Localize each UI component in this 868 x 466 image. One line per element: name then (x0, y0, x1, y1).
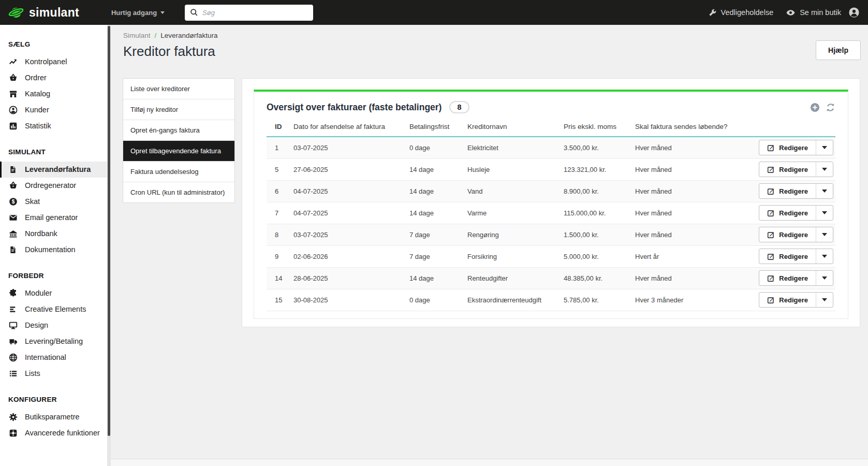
edit-dropdown-toggle[interactable] (816, 293, 833, 307)
sidebar-item-moduler[interactable]: Moduler (0, 285, 107, 301)
chevron-down-icon (822, 255, 827, 258)
submenu-item-faktura-udendelseslog[interactable]: Faktura udendelseslog (123, 162, 234, 182)
chevron-down-icon (160, 11, 165, 14)
sidebar-item-kunder[interactable]: Kunder (0, 102, 107, 118)
basket-icon (8, 181, 18, 190)
edit-button[interactable]: Redigere (759, 140, 816, 155)
sidebar-item-label: Nordbank (25, 229, 57, 238)
search-input[interactable] (202, 9, 308, 17)
chevron-down-icon (822, 211, 827, 214)
view-shop-link[interactable]: Se min butik (786, 8, 841, 18)
sidebar-item-avancerede-funktioner[interactable]: Avancerede funktioner (0, 425, 107, 441)
sidebar-item-ordregenerator[interactable]: Ordregenerator (0, 178, 107, 194)
breadcrumb-root[interactable]: Simulant (123, 32, 151, 39)
sidebar-item-label: Ordregenerator (25, 181, 76, 190)
cell-id: 15 (267, 289, 290, 311)
content-lines-icon (8, 305, 18, 314)
sidebar-item-design[interactable]: Design (0, 317, 107, 333)
quick-access-dropdown[interactable]: Hurtig adgang (111, 9, 165, 17)
list-icon (8, 369, 18, 378)
sidebar-item-nordbank[interactable]: Nordbank (0, 226, 107, 242)
sidebar-item-creative-elements[interactable]: Creative Elements (0, 301, 107, 317)
search-box (185, 5, 313, 21)
content-area: Simulant / Leverandørfaktura Kreditor fa… (111, 25, 868, 466)
cell-recurrence: Hver måned (632, 224, 732, 245)
brand-logo[interactable]: simulant (8, 5, 79, 21)
submenu-item-tilf-j-ny-kreditor[interactable]: Tilføj ny kreditor (123, 99, 234, 120)
edit-button[interactable]: Redigere (759, 227, 816, 242)
cell-creditor: Elektricitet (464, 137, 561, 158)
edit-dropdown-toggle[interactable] (816, 140, 833, 155)
help-button[interactable]: Hjælp (816, 40, 861, 60)
sidebar-item-leverand-rfaktura[interactable]: Leverandørfaktura (0, 162, 107, 178)
sidebar-item-statistik[interactable]: Statistik (0, 118, 107, 134)
sidebar-item-skat[interactable]: $Skat (0, 194, 107, 210)
sidebar-item-katalog[interactable]: Katalog (0, 86, 107, 102)
sidebar-item-butiksparametre[interactable]: Butiksparametre (0, 409, 107, 425)
table-row: 527-06-202514 dageHusleje123.321,00 kr.H… (267, 158, 835, 180)
bank-icon (8, 229, 18, 238)
cell-id: 5 (267, 158, 290, 180)
cell-price: 48.385,00 kr. (561, 267, 632, 289)
profile-menu[interactable] (848, 7, 860, 18)
cell-payment_terms: 14 dage (406, 158, 464, 180)
view-shop-label: Se min butik (800, 8, 841, 17)
delivery-truck-icon (8, 337, 18, 346)
edit-dropdown-toggle[interactable] (816, 249, 833, 264)
edit-dropdown-toggle[interactable] (816, 206, 833, 220)
table-row: 902-06-20267 dageForsikring5.000,00 kr.H… (267, 245, 835, 267)
breadcrumb: Simulant / Leverandørfaktura (111, 25, 868, 39)
edit-dropdown-toggle[interactable] (816, 162, 833, 177)
cell-send_date: 03-07-2025 (290, 137, 406, 158)
cell-creditor: Forsikring (464, 245, 561, 267)
topbar: simulant Hurtig adgang Vedligeholdelse S… (0, 0, 868, 25)
table-header: IDDato for afsendelse af fakturaBetaling… (267, 122, 835, 137)
sidebar-item-levering-betaling[interactable]: Levering/Betaling (0, 333, 107, 350)
edit-button-group: Redigere (759, 140, 833, 155)
refresh-icon[interactable] (826, 103, 835, 112)
edit-dropdown-toggle[interactable] (816, 184, 833, 198)
sidebar-item-label: Avancerede funktioner (25, 429, 100, 438)
submenu-item-opret-n-gangs-faktura[interactable]: Opret én-gangs faktura (123, 120, 234, 141)
edit-button[interactable]: Redigere (759, 271, 816, 285)
cell-price: 5.000,00 kr. (561, 245, 632, 267)
edit-button[interactable]: Redigere (759, 293, 816, 307)
cell-id: 6 (267, 180, 290, 202)
edit-button-group: Redigere (759, 270, 833, 286)
chevron-down-icon (822, 190, 827, 193)
edit-button[interactable]: Redigere (759, 249, 816, 264)
maintenance-link[interactable]: Vedligeholdelse (708, 8, 774, 17)
edit-dropdown-toggle[interactable] (816, 271, 833, 285)
column-header-kreditornavn: Kreditornavn (464, 122, 561, 137)
sidebar-item-lists[interactable]: Lists (0, 366, 107, 382)
edit-button[interactable]: Redigere (759, 184, 816, 198)
column-header-skal-faktura-sendes-l-bende: Skal faktura sendes løbende? (632, 122, 732, 137)
sidebar-scrollbar[interactable] (107, 25, 111, 466)
sidebar-scrollbar-thumb[interactable] (108, 26, 110, 436)
sidebar-item-international[interactable]: International (0, 350, 107, 366)
cell-id: 7 (267, 202, 290, 224)
sidebar-item-label: Moduler (25, 289, 52, 298)
cell-creditor: Varme (464, 202, 561, 224)
cell-creditor: Vand (464, 180, 561, 202)
sidebar-item-dokumentation[interactable]: Dokumentation (0, 242, 107, 258)
sidebar-item-email-generator[interactable]: Email generator (0, 210, 107, 226)
add-circle-icon[interactable] (810, 103, 820, 112)
cell-payment_terms: 7 dage (406, 224, 464, 245)
submenu-item-cron-url-kun-til-administrator[interactable]: Cron URL (kun til administrator) (123, 182, 234, 202)
edit-button[interactable]: Redigere (759, 162, 816, 177)
submenu-item-opret-tilbagevendende-faktura[interactable]: Opret tilbagevendende faktura (123, 141, 234, 162)
edit-dropdown-toggle[interactable] (816, 227, 833, 242)
table-row: 103-07-20250 dageElektricitet3.500,00 kr… (267, 137, 835, 158)
sidebar-item-ordrer[interactable]: Ordrer (0, 70, 107, 86)
breadcrumb-separator: / (155, 32, 157, 39)
submenu-item-liste-over-kreditorer[interactable]: Liste over kreditorer (123, 79, 234, 99)
panel-actions (810, 103, 835, 112)
edit-button[interactable]: Redigere (759, 206, 816, 220)
cell-recurrence: Hvert år (632, 245, 732, 267)
breadcrumb-current: Leverandørfaktura (160, 32, 217, 39)
sidebar-item-kontrolpanel[interactable]: Kontrolpanel (0, 54, 107, 70)
edit-button-label: Redigere (779, 253, 808, 260)
sidebar-nav: SÆLGKontrolpanelOrdrerKatalogKunderStati… (0, 25, 107, 466)
table-row: 1530-08-20250 dageEkstraordinærrenteudgi… (267, 289, 835, 311)
